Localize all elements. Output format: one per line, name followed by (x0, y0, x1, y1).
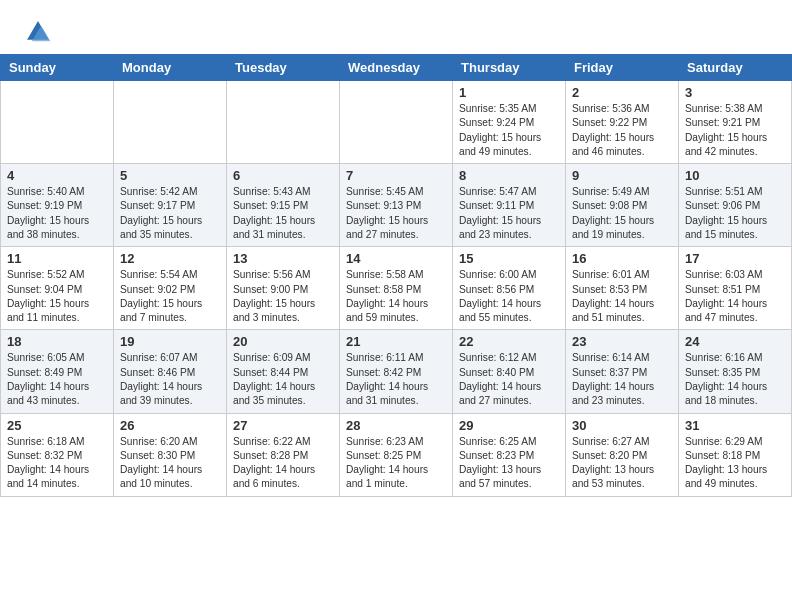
calendar-cell: 4Sunrise: 5:40 AM Sunset: 9:19 PM Daylig… (1, 164, 114, 247)
calendar-cell: 24Sunrise: 6:16 AM Sunset: 8:35 PM Dayli… (679, 330, 792, 413)
day-info: Sunrise: 6:07 AM Sunset: 8:46 PM Dayligh… (120, 351, 220, 408)
calendar-cell: 8Sunrise: 5:47 AM Sunset: 9:11 PM Daylig… (453, 164, 566, 247)
day-number: 20 (233, 334, 333, 349)
day-info: Sunrise: 6:14 AM Sunset: 8:37 PM Dayligh… (572, 351, 672, 408)
day-number: 6 (233, 168, 333, 183)
calendar-cell: 13Sunrise: 5:56 AM Sunset: 9:00 PM Dayli… (227, 247, 340, 330)
day-info: Sunrise: 6:11 AM Sunset: 8:42 PM Dayligh… (346, 351, 446, 408)
day-number: 12 (120, 251, 220, 266)
calendar-week-row: 18Sunrise: 6:05 AM Sunset: 8:49 PM Dayli… (1, 330, 792, 413)
calendar-cell: 30Sunrise: 6:27 AM Sunset: 8:20 PM Dayli… (566, 413, 679, 496)
day-info: Sunrise: 5:45 AM Sunset: 9:13 PM Dayligh… (346, 185, 446, 242)
day-info: Sunrise: 6:05 AM Sunset: 8:49 PM Dayligh… (7, 351, 107, 408)
day-number: 8 (459, 168, 559, 183)
calendar-cell: 12Sunrise: 5:54 AM Sunset: 9:02 PM Dayli… (114, 247, 227, 330)
calendar-cell: 2Sunrise: 5:36 AM Sunset: 9:22 PM Daylig… (566, 81, 679, 164)
day-info: Sunrise: 6:09 AM Sunset: 8:44 PM Dayligh… (233, 351, 333, 408)
calendar-week-row: 4Sunrise: 5:40 AM Sunset: 9:19 PM Daylig… (1, 164, 792, 247)
day-info: Sunrise: 6:18 AM Sunset: 8:32 PM Dayligh… (7, 435, 107, 492)
day-of-week-header: Wednesday (340, 55, 453, 81)
day-number: 9 (572, 168, 672, 183)
calendar-cell: 19Sunrise: 6:07 AM Sunset: 8:46 PM Dayli… (114, 330, 227, 413)
day-info: Sunrise: 5:56 AM Sunset: 9:00 PM Dayligh… (233, 268, 333, 325)
calendar-cell: 28Sunrise: 6:23 AM Sunset: 8:25 PM Dayli… (340, 413, 453, 496)
calendar-cell: 27Sunrise: 6:22 AM Sunset: 8:28 PM Dayli… (227, 413, 340, 496)
day-info: Sunrise: 5:52 AM Sunset: 9:04 PM Dayligh… (7, 268, 107, 325)
calendar-cell: 9Sunrise: 5:49 AM Sunset: 9:08 PM Daylig… (566, 164, 679, 247)
calendar-cell: 22Sunrise: 6:12 AM Sunset: 8:40 PM Dayli… (453, 330, 566, 413)
day-info: Sunrise: 5:42 AM Sunset: 9:17 PM Dayligh… (120, 185, 220, 242)
day-info: Sunrise: 6:16 AM Sunset: 8:35 PM Dayligh… (685, 351, 785, 408)
day-info: Sunrise: 6:29 AM Sunset: 8:18 PM Dayligh… (685, 435, 785, 492)
calendar-cell: 29Sunrise: 6:25 AM Sunset: 8:23 PM Dayli… (453, 413, 566, 496)
day-number: 4 (7, 168, 107, 183)
calendar-cell: 1Sunrise: 5:35 AM Sunset: 9:24 PM Daylig… (453, 81, 566, 164)
day-number: 3 (685, 85, 785, 100)
day-number: 26 (120, 418, 220, 433)
day-info: Sunrise: 6:27 AM Sunset: 8:20 PM Dayligh… (572, 435, 672, 492)
calendar-cell: 15Sunrise: 6:00 AM Sunset: 8:56 PM Dayli… (453, 247, 566, 330)
calendar-cell: 7Sunrise: 5:45 AM Sunset: 9:13 PM Daylig… (340, 164, 453, 247)
day-number: 31 (685, 418, 785, 433)
day-number: 18 (7, 334, 107, 349)
page-header (0, 0, 792, 54)
day-number: 11 (7, 251, 107, 266)
calendar-cell: 5Sunrise: 5:42 AM Sunset: 9:17 PM Daylig… (114, 164, 227, 247)
calendar-header-row: SundayMondayTuesdayWednesdayThursdayFrid… (1, 55, 792, 81)
calendar-cell (340, 81, 453, 164)
day-number: 13 (233, 251, 333, 266)
day-info: Sunrise: 6:20 AM Sunset: 8:30 PM Dayligh… (120, 435, 220, 492)
day-number: 22 (459, 334, 559, 349)
day-info: Sunrise: 6:00 AM Sunset: 8:56 PM Dayligh… (459, 268, 559, 325)
calendar-cell (227, 81, 340, 164)
calendar-cell: 31Sunrise: 6:29 AM Sunset: 8:18 PM Dayli… (679, 413, 792, 496)
day-of-week-header: Monday (114, 55, 227, 81)
day-info: Sunrise: 5:40 AM Sunset: 9:19 PM Dayligh… (7, 185, 107, 242)
day-of-week-header: Friday (566, 55, 679, 81)
day-number: 23 (572, 334, 672, 349)
logo-icon (24, 18, 52, 46)
calendar-cell: 20Sunrise: 6:09 AM Sunset: 8:44 PM Dayli… (227, 330, 340, 413)
day-number: 29 (459, 418, 559, 433)
calendar-cell: 6Sunrise: 5:43 AM Sunset: 9:15 PM Daylig… (227, 164, 340, 247)
day-info: Sunrise: 6:12 AM Sunset: 8:40 PM Dayligh… (459, 351, 559, 408)
day-number: 19 (120, 334, 220, 349)
day-number: 7 (346, 168, 446, 183)
calendar-week-row: 11Sunrise: 5:52 AM Sunset: 9:04 PM Dayli… (1, 247, 792, 330)
calendar-cell: 23Sunrise: 6:14 AM Sunset: 8:37 PM Dayli… (566, 330, 679, 413)
calendar-cell: 11Sunrise: 5:52 AM Sunset: 9:04 PM Dayli… (1, 247, 114, 330)
calendar-cell: 21Sunrise: 6:11 AM Sunset: 8:42 PM Dayli… (340, 330, 453, 413)
day-info: Sunrise: 5:54 AM Sunset: 9:02 PM Dayligh… (120, 268, 220, 325)
day-info: Sunrise: 5:47 AM Sunset: 9:11 PM Dayligh… (459, 185, 559, 242)
logo (24, 18, 56, 46)
day-number: 2 (572, 85, 672, 100)
day-number: 24 (685, 334, 785, 349)
calendar-cell: 26Sunrise: 6:20 AM Sunset: 8:30 PM Dayli… (114, 413, 227, 496)
day-number: 1 (459, 85, 559, 100)
day-of-week-header: Thursday (453, 55, 566, 81)
calendar-cell: 16Sunrise: 6:01 AM Sunset: 8:53 PM Dayli… (566, 247, 679, 330)
day-info: Sunrise: 5:35 AM Sunset: 9:24 PM Dayligh… (459, 102, 559, 159)
day-info: Sunrise: 6:01 AM Sunset: 8:53 PM Dayligh… (572, 268, 672, 325)
calendar-week-row: 25Sunrise: 6:18 AM Sunset: 8:32 PM Dayli… (1, 413, 792, 496)
day-number: 21 (346, 334, 446, 349)
calendar-cell (114, 81, 227, 164)
day-number: 10 (685, 168, 785, 183)
day-number: 27 (233, 418, 333, 433)
day-info: Sunrise: 6:22 AM Sunset: 8:28 PM Dayligh… (233, 435, 333, 492)
day-number: 5 (120, 168, 220, 183)
day-number: 17 (685, 251, 785, 266)
day-info: Sunrise: 6:03 AM Sunset: 8:51 PM Dayligh… (685, 268, 785, 325)
calendar-cell: 25Sunrise: 6:18 AM Sunset: 8:32 PM Dayli… (1, 413, 114, 496)
day-info: Sunrise: 5:49 AM Sunset: 9:08 PM Dayligh… (572, 185, 672, 242)
day-of-week-header: Tuesday (227, 55, 340, 81)
day-number: 15 (459, 251, 559, 266)
calendar-cell: 18Sunrise: 6:05 AM Sunset: 8:49 PM Dayli… (1, 330, 114, 413)
calendar-week-row: 1Sunrise: 5:35 AM Sunset: 9:24 PM Daylig… (1, 81, 792, 164)
calendar-table: SundayMondayTuesdayWednesdayThursdayFrid… (0, 54, 792, 497)
day-of-week-header: Sunday (1, 55, 114, 81)
day-number: 28 (346, 418, 446, 433)
calendar-cell (1, 81, 114, 164)
day-info: Sunrise: 5:38 AM Sunset: 9:21 PM Dayligh… (685, 102, 785, 159)
calendar-cell: 10Sunrise: 5:51 AM Sunset: 9:06 PM Dayli… (679, 164, 792, 247)
